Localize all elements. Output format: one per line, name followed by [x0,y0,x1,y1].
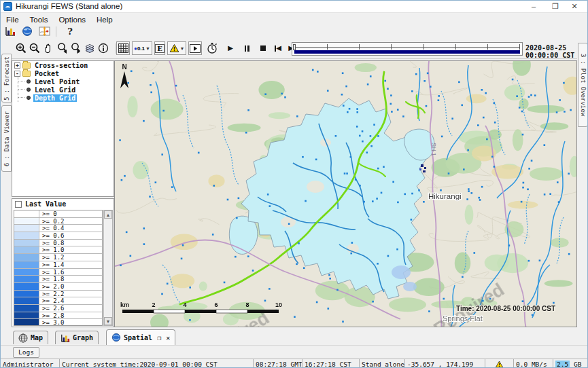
status-gmt-time: 08:27:18 GMT [254,359,302,368]
decimal-precision-dropdown[interactable]: ● 0.1 ▼ [132,41,152,55]
time-slider-track [295,47,519,48]
menu-options[interactable]: Options [53,15,91,24]
status-coordinates: -35.657 , 174.199 [405,359,485,368]
legend-color-swatch [14,283,39,290]
logs-button[interactable]: Logs [13,347,39,358]
legend-color-swatch [14,225,39,232]
tab-close-icon[interactable]: ✕ [166,334,170,342]
scroll-up-icon[interactable]: ▲ [104,210,112,219]
info-button[interactable] [97,41,110,55]
tab-plot-overview[interactable]: 3 : Plot Overview [578,43,588,127]
tree-item-level-grid[interactable]: Level Grid [12,86,114,94]
map-panel[interactable]: API Key Required API Key Required SH 1 H… [114,60,577,327]
tab-graph[interactable]: Graph [55,331,99,344]
longitudinal-profile-button[interactable] [37,25,52,37]
status-warning[interactable] [485,359,514,368]
legend-row-label: >= 1.2 [39,254,65,261]
zoom-out-icon [29,42,41,54]
tree-expander-icon[interactable]: + [14,62,20,69]
bottom-tab-bar: Map Graph Spatial ❐ ✕ [1,329,587,345]
decimal-value: 0.1 [137,45,145,52]
zoom-in-button[interactable] [14,41,28,55]
legend-color-swatch [14,218,39,225]
main-toolbar: ? [1,24,587,38]
memory-value: 2.5 [555,361,570,368]
status-system-time: Current system time:2020-09-01 00:00 CST [60,359,254,368]
scroll-down-icon[interactable]: ▼ [104,317,112,325]
animation-timer-button[interactable] [205,41,219,55]
time-tick [327,44,328,50]
legend-row: >= 2.8 [14,312,102,320]
time-slider-handle[interactable] [293,44,296,50]
profile-icon [39,26,50,37]
menu-file[interactable]: File [1,15,24,24]
tree-connector [18,94,27,102]
grid-display-button[interactable] [116,41,130,55]
tab-maximize-icon[interactable]: ❐ [157,334,161,342]
tab-forecast[interactable]: 5 : Forecast [1,54,12,103]
menu-bar: FileToolsOptionsHelp [1,13,587,24]
legend-table: >= 0>= 0.2>= 0.4>= 0.6>= 0.8>= 1.0>= 1.2… [14,210,103,326]
tree-item-label: Level Point [33,78,81,86]
stop-icon [260,45,266,51]
statistics-chart-button[interactable] [3,25,18,37]
map-display-button[interactable] [20,25,35,37]
time-slider[interactable] [292,42,523,56]
globe-icon [22,26,33,37]
last-value-checkbox[interactable] [15,201,22,208]
map-canvas[interactable]: API Key Required API Key Required SH 1 H… [115,61,577,327]
zoom-previous-icon [56,42,69,54]
tab-spatial[interactable]: Spatial ❐ ✕ [106,329,175,345]
bar-chart-icon [60,333,70,343]
legend-color-swatch [14,254,39,261]
info-icon [97,42,109,54]
tree-expander-icon[interactable]: - [14,71,20,77]
tree-item-level-point[interactable]: Level Point [12,77,114,86]
pause-button[interactable] [240,41,254,55]
legend-row: >= 1.0 [14,246,102,254]
help-button[interactable]: ? [63,25,77,37]
time-tick [455,44,456,50]
layers-button[interactable] [83,41,97,55]
tab-map[interactable]: Map [13,331,48,344]
legend-row-label: >= 0.4 [39,225,65,232]
tree-item-cross-section[interactable]: +Cross-section [12,61,114,69]
legend-row-label: >= 0.8 [39,240,65,246]
legend-panel: Last Value >= 0>= 0.2>= 0.4>= 0.6>= 0.8>… [12,198,114,327]
tree-item-label: Depth Grid [33,94,77,102]
zoom-out-button[interactable] [28,41,41,55]
play-box-icon [190,44,201,53]
zoom-in-icon [15,42,27,54]
town-label: Hikurangi [428,192,462,200]
tab-data-viewer[interactable]: 6 : Data Viewer [1,105,12,172]
tree-item-pocket[interactable]: -Pocket [12,69,114,77]
menu-help[interactable]: Help [91,15,118,24]
tree-item-depth-grid[interactable]: Depth Grid [12,94,114,102]
svg-text:2: 2 [152,301,155,308]
pan-button[interactable] [41,41,55,55]
thresholds-dropdown[interactable]: ▼ [167,41,186,55]
legend-row-label: >= 1.0 [39,246,65,253]
zoom-previous-button[interactable] [56,41,69,55]
labels-toggle-button[interactable]: E [154,41,165,55]
play-button[interactable]: ▶ [224,41,237,55]
toolbar-separator [56,26,56,37]
close-button[interactable]: ✕ [563,1,586,13]
stop-button[interactable] [256,41,270,55]
folder-icon [22,71,31,77]
legend-row-label: >= 2.2 [39,291,65,297]
zoom-next-button[interactable] [69,41,83,55]
tree-item-label: Cross-section [33,62,89,69]
time-tick [487,44,488,50]
warning-icon [495,361,504,368]
menu-tools[interactable]: Tools [24,15,54,24]
animation-dialog-button[interactable] [188,41,202,55]
legend-row: >= 0.2 [14,218,102,225]
time-slider-range [294,50,520,54]
legend-scrollbar[interactable]: ▲ ▼ [103,210,113,326]
app-logo-icon [3,2,12,11]
minimize-button[interactable]: – [522,1,545,13]
legend-row: >= 1.2 [14,254,102,261]
legend-row: >= 0.4 [14,225,102,232]
first-step-button[interactable]: ◀ [271,41,285,55]
